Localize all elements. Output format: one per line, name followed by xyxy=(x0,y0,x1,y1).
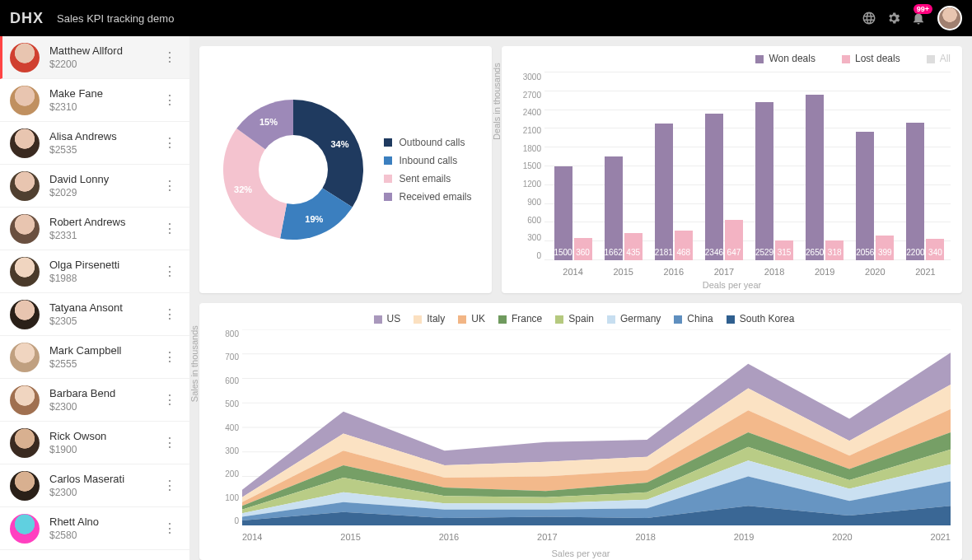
more-icon[interactable]: ⋮ xyxy=(160,49,180,65)
bar-x-axis-label: Deals per year xyxy=(502,280,962,290)
sidebar-item-person[interactable]: Rick Owson $1900 ⋮ xyxy=(0,422,189,464)
person-name: Mark Campbell xyxy=(49,344,160,357)
filter-lost-deals[interactable]: Lost deals xyxy=(829,53,900,64)
filter-all[interactable]: All xyxy=(914,53,951,64)
bar-lost[interactable]: 340 xyxy=(926,239,944,260)
avatar xyxy=(10,257,40,287)
person-amount: $2535 xyxy=(49,144,160,156)
person-amount: $2300 xyxy=(49,487,160,498)
area-y-axis: 8007006005004003002001000 xyxy=(204,329,239,525)
avatar xyxy=(10,86,40,115)
bar-lost[interactable]: 647 xyxy=(725,220,743,260)
legend-item[interactable]: Inbound calls xyxy=(384,152,471,170)
globe-icon[interactable] xyxy=(857,6,881,30)
sidebar-item-person[interactable]: Mark Campbell $2555 ⋮ xyxy=(0,336,189,379)
donut-chart: 34%19%32%15% xyxy=(219,96,367,244)
person-amount: $1900 xyxy=(49,444,160,455)
legend-item[interactable]: Italy xyxy=(400,313,445,324)
more-icon[interactable]: ⋮ xyxy=(160,221,180,236)
sidebar-item-person[interactable]: Olga Pirsenetti $1988 ⋮ xyxy=(0,250,189,293)
notification-badge: 99+ xyxy=(914,4,932,14)
bar-lost[interactable]: 360 xyxy=(574,238,592,260)
sidebar-item-person[interactable]: Matthew Allford $2200 ⋮ xyxy=(0,36,189,79)
area-x-axis: 20142015201620172018201920202021 xyxy=(242,532,951,542)
people-sidebar: Matthew Allford $2200 ⋮ Make Fane $2310 … xyxy=(0,36,189,560)
sales-area-chart xyxy=(242,329,951,525)
bar-lost[interactable]: 315 xyxy=(775,240,793,260)
avatar xyxy=(10,471,40,501)
bar-won[interactable]: 2346 xyxy=(705,114,723,260)
legend-item[interactable]: South Korea xyxy=(713,313,795,324)
filter-won-deals[interactable]: Won deals xyxy=(742,53,815,64)
bar-won[interactable]: 1500 xyxy=(554,166,572,260)
person-amount: $2555 xyxy=(49,358,160,370)
donut-slice-label: 34% xyxy=(330,139,348,149)
person-amount: $2300 xyxy=(49,401,160,413)
donut-slice-label: 15% xyxy=(259,117,278,127)
more-icon[interactable]: ⋮ xyxy=(160,520,180,536)
avatar xyxy=(10,214,40,244)
person-name: Tatyana Ansont xyxy=(49,301,160,314)
bar-lost[interactable]: 435 xyxy=(624,233,643,260)
user-avatar[interactable] xyxy=(937,6,962,30)
more-icon[interactable]: ⋮ xyxy=(160,435,180,450)
bar-won[interactable]: 1662 xyxy=(605,156,623,260)
legend-item[interactable]: Received emails xyxy=(384,188,471,206)
bar-y-axis: 30002700240021001800150012009006003000 xyxy=(507,72,541,260)
more-icon[interactable]: ⋮ xyxy=(160,349,180,365)
more-icon[interactable]: ⋮ xyxy=(160,135,180,151)
deals-filters: Won dealsLost dealsAll xyxy=(729,53,951,64)
sidebar-item-person[interactable]: David Lonny $2029 ⋮ xyxy=(0,165,189,208)
bar-lost[interactable]: 318 xyxy=(825,240,843,260)
legend-item[interactable]: Outbound calls xyxy=(384,133,471,152)
avatar xyxy=(10,514,40,544)
more-icon[interactable]: ⋮ xyxy=(160,392,180,408)
sidebar-item-person[interactable]: Rhett Alno $2580 ⋮ xyxy=(0,507,189,550)
person-amount: $2305 xyxy=(49,315,160,327)
avatar xyxy=(10,428,40,458)
person-amount: $2331 xyxy=(49,230,160,241)
bar-lost[interactable]: 468 xyxy=(675,231,693,260)
bar-won[interactable]: 2529 xyxy=(755,102,773,260)
more-icon[interactable]: ⋮ xyxy=(160,478,180,493)
legend-item[interactable]: Sent emails xyxy=(384,170,471,188)
more-icon[interactable]: ⋮ xyxy=(160,92,180,108)
more-icon[interactable]: ⋮ xyxy=(160,178,180,194)
legend-item[interactable]: Germany xyxy=(594,313,661,324)
sidebar-item-person[interactable]: Make Fane $2310 ⋮ xyxy=(0,79,189,122)
bar-category: 2014 xyxy=(548,267,598,277)
bell-icon[interactable]: 99+ xyxy=(906,6,931,30)
avatar xyxy=(10,128,40,158)
more-icon[interactable]: ⋮ xyxy=(160,306,180,322)
legend-item[interactable]: UK xyxy=(445,313,485,324)
sales-area-card: USItalyUKFranceSpainGermanyChinaSouth Ko… xyxy=(199,303,962,560)
donut-slice-label: 19% xyxy=(305,214,323,224)
bar-lost[interactable]: 399 xyxy=(876,236,894,260)
bar-won[interactable]: 2650 xyxy=(806,95,824,260)
bar-category: 2016 xyxy=(648,267,699,277)
legend-item[interactable]: China xyxy=(661,313,713,324)
more-icon[interactable]: ⋮ xyxy=(160,264,180,279)
main-content: 34%19%32%15% Outbound callsInbound calls… xyxy=(189,36,972,560)
bar-group: 2529 315 2018 xyxy=(750,72,800,260)
sidebar-item-person[interactable]: Alisa Andrews $2535 ⋮ xyxy=(0,122,189,165)
bar-won[interactable]: 2056 xyxy=(856,132,874,260)
legend-item[interactable]: France xyxy=(485,313,542,324)
bar-group: 2346 647 2017 xyxy=(699,72,749,260)
sidebar-item-person[interactable]: Robert Andrews $2331 ⋮ xyxy=(0,208,189,250)
sidebar-item-person[interactable]: Tatyana Ansont $2305 ⋮ xyxy=(0,293,189,336)
person-name: Olga Pirsenetti xyxy=(49,259,160,271)
bar-won[interactable]: 2200 xyxy=(906,123,924,260)
legend-item[interactable]: Spain xyxy=(542,313,594,324)
person-amount: $2029 xyxy=(49,187,160,198)
app-header: DHX Sales KPI tracking demo 99+ xyxy=(0,0,972,36)
sidebar-item-person[interactable]: Carlos Maserati $2300 ⋮ xyxy=(0,464,189,507)
sidebar-item-person[interactable]: Barbara Bend $2300 ⋮ xyxy=(0,379,189,422)
bar-category: 2020 xyxy=(850,267,900,277)
bar-won[interactable]: 2181 xyxy=(655,124,673,260)
avatar xyxy=(10,300,40,329)
person-name: Make Fane xyxy=(49,87,160,100)
gear-icon[interactable] xyxy=(881,6,906,30)
activity-donut-card: 34%19%32%15% Outbound callsInbound calls… xyxy=(199,46,492,293)
legend-item[interactable]: US xyxy=(361,313,401,324)
